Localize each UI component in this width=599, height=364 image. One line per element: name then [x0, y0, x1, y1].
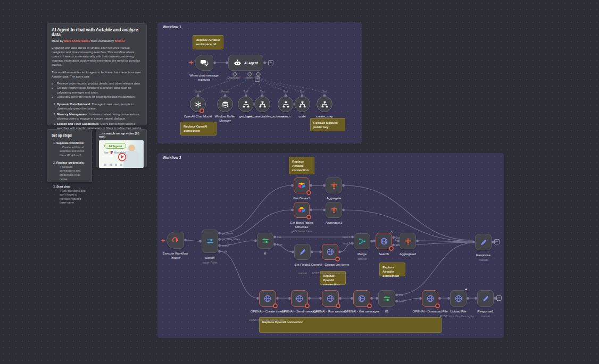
node-create-map[interactable] [317, 96, 332, 112]
port-label: Memory [213, 90, 237, 93]
bullet-item: Retrieve order records, product details,… [57, 81, 142, 86]
node-openai-create-thread[interactable] [259, 290, 276, 307]
node-label: Execute Workflow Trigger [159, 252, 193, 260]
node-label: Response1 [471, 310, 501, 314]
node-response[interactable] [475, 234, 492, 250]
play-button-icon[interactable] [118, 153, 126, 161]
node-ai-agent[interactable]: AI Agent [228, 55, 263, 71]
description-note[interactable]: AI Agent to chat with Airtable and analy… [47, 23, 147, 125]
setup-steps-list: Separate workflows:○ Create additional w… [52, 141, 87, 205]
node-upload-file[interactable]: + [450, 290, 467, 307]
node-openai-chat-model[interactable] [190, 96, 206, 112]
pencil-icon [298, 248, 307, 256]
setup-steps-note[interactable]: Set up steps Separate workflows:○ Create… [47, 129, 92, 182]
airtable-logo-icon [110, 151, 113, 154]
node-get-base[interactable] [238, 96, 254, 112]
tool-icon [321, 100, 329, 108]
thumbnail-footer-icons [104, 164, 122, 166]
node-execute-workflow-trigger[interactable] [167, 232, 184, 249]
node-switch[interactable] [202, 230, 218, 253]
tool-icon [259, 100, 267, 108]
node-set-fields1[interactable] [294, 244, 311, 260]
output-port-label: get_bases [222, 232, 254, 235]
node-response1[interactable] [477, 290, 494, 307]
warning-badge: ⚠ [390, 230, 393, 234]
add-tool-button[interactable]: + [255, 77, 260, 82]
sticky-note[interactable]: Replace Airtable connection [289, 157, 314, 174]
globe-icon [426, 294, 435, 303]
note-paragraph: Engaging with data stored in Airtable of… [52, 46, 142, 67]
node-search[interactable]: ⚠ [376, 233, 392, 249]
if-icon [261, 236, 270, 245]
issue-badge [306, 190, 311, 195]
node-openai-extract-list-items[interactable] [322, 244, 338, 260]
node-subtitle: mode: Rules [186, 261, 234, 264]
video-note-title: ... or watch set up video [20 min] [99, 132, 144, 138]
video-thumbnail[interactable]: AI Agent for Airtable [99, 140, 144, 168]
node-aggregate[interactable] [326, 177, 342, 193]
node-label: OpenAI - Extract List Items [311, 263, 350, 267]
issue-badge [389, 246, 394, 251]
node-search[interactable] [278, 96, 294, 112]
note-numbered-list: Dynamic Data Retrieval: The agent uses u… [52, 102, 142, 130]
add-node-button[interactable]: + [268, 60, 273, 65]
author-link[interactable]: Mark Shcherbakov [64, 39, 90, 43]
robot-icon [234, 59, 242, 67]
input-port-label: Input 1 [318, 236, 350, 239]
node-window-buffer-memory[interactable] [217, 96, 233, 112]
node-subtitle: getSchema: base [278, 230, 326, 233]
node-get-base-tables-schema1[interactable] [294, 202, 310, 218]
aggregate-icon [404, 237, 412, 246]
bullet-item: Execute mathematical functions to analyz… [57, 86, 142, 95]
add-node-button[interactable]: + [496, 295, 502, 301]
for-text: for [104, 151, 109, 154]
port-label: Tool [251, 90, 274, 93]
aggregate-icon [330, 181, 338, 190]
note-title: AI Agent to chat with Airtable and analy… [52, 28, 142, 37]
community-link[interactable]: 5minAI [115, 39, 124, 43]
bullet-item: Optionally generate maps for geographic … [57, 95, 142, 99]
issue-badge [306, 215, 311, 219]
node-if[interactable] [257, 233, 273, 249]
output-port-label: true [277, 236, 309, 239]
node-openai-get-messages[interactable] [353, 290, 370, 307]
globe-icon [326, 294, 335, 303]
node-label: Aggregate [319, 197, 349, 201]
add-node-button[interactable]: + [494, 239, 500, 244]
note-bullet-list: Retrieve order records, product details,… [52, 81, 142, 99]
node-get-bases1[interactable] [294, 177, 310, 193]
node-if1[interactable] [378, 290, 395, 307]
node-openai-download-file[interactable] [422, 290, 438, 307]
node-chat-trigger[interactable] [195, 55, 213, 71]
node-get-base-tables-schema[interactable] [254, 96, 270, 112]
node-aggregate1[interactable] [326, 202, 342, 218]
node-aggregate2[interactable] [400, 233, 416, 249]
node-openai-send-message[interactable] [291, 290, 308, 307]
node-label: If1 [372, 310, 402, 314]
node-label: Window Buffer Memory [213, 115, 237, 123]
globe-icon [326, 248, 335, 256]
node-label: Aggregate2 [393, 252, 423, 257]
sticky-note[interactable]: Replace Mapbox public key [310, 118, 345, 131]
pencil-icon [479, 238, 488, 247]
node-inner-label: AI Agent [244, 61, 258, 65]
node-label: OpenAI Chat Model [183, 115, 213, 119]
byline-mid: from community [90, 39, 114, 43]
db-icon [221, 100, 229, 108]
sticky-note[interactable]: Replace OpenAI connection [180, 122, 217, 136]
aggregate-icon [330, 206, 338, 214]
workflow-canvas[interactable]: AI Agent to chat with Airtable and analy… [0, 0, 599, 364]
sticky-note[interactable]: Replace Airtable connection [379, 263, 405, 276]
globe-icon [380, 237, 388, 246]
person-image [123, 151, 139, 168]
node-subtitle: manual [460, 258, 508, 261]
node-code[interactable] [294, 96, 310, 112]
node-openai-run-assistant[interactable] [322, 290, 339, 307]
node-merge[interactable] [354, 233, 370, 249]
numbered-item: Memory Management: It retains context du… [57, 112, 142, 121]
exec-icon [171, 236, 180, 244]
output-port-label: search [222, 244, 254, 247]
sticky-note[interactable]: Replace Airtable workspace_id [193, 35, 223, 49]
video-note[interactable]: ... or watch set up video [20 min] AI Ag… [96, 129, 147, 167]
merge-icon [358, 237, 367, 246]
